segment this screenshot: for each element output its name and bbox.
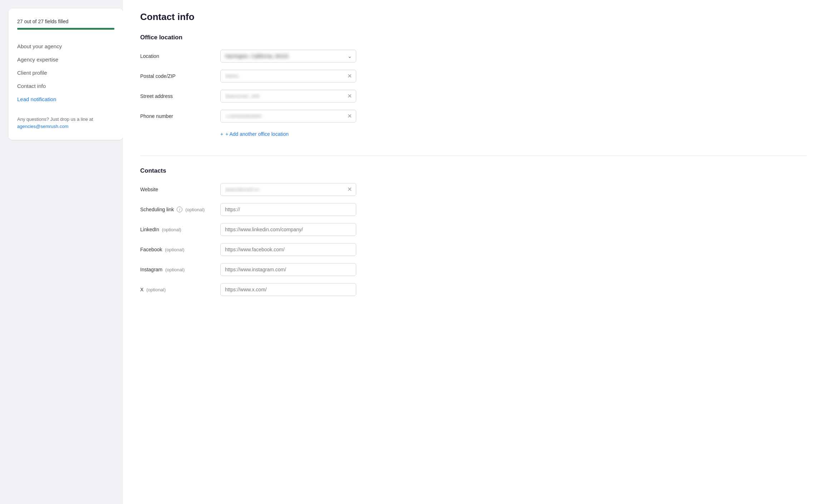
- x-input[interactable]: [220, 283, 356, 296]
- scheduling-input[interactable]: [220, 203, 356, 216]
- scheduling-field-wrapper: [220, 203, 356, 216]
- progress-bar-fill: [17, 28, 114, 30]
- sidebar-item-about[interactable]: About your agency: [17, 40, 114, 53]
- section-divider: [140, 155, 807, 156]
- phone-field-wrapper: ✕: [220, 110, 356, 123]
- location-blurred-value: Harrington, California, 94101: [225, 53, 343, 59]
- x-label: X (optional): [140, 287, 212, 292]
- facebook-input[interactable]: [220, 243, 356, 256]
- sidebar-item-contact[interactable]: Contact info: [17, 79, 114, 93]
- facebook-field-wrapper: [220, 243, 356, 256]
- instagram-field-wrapper: [220, 263, 356, 276]
- scheduling-label-text: Scheduling link: [140, 207, 174, 212]
- help-email-link[interactable]: agencies@semrush.com: [17, 124, 68, 129]
- linkedin-optional-text: (optional): [162, 227, 181, 232]
- scheduling-optional-text: (optional): [185, 207, 205, 212]
- sidebar-item-expertise[interactable]: Agency expertise: [17, 53, 114, 66]
- contacts-section-title: Contacts: [140, 167, 807, 174]
- location-select-display[interactable]: Harrington, California, 94101 ⌄: [220, 50, 356, 63]
- website-field-wrapper: ✕: [220, 183, 356, 196]
- sidebar: 27 out of 27 fields filled About your ag…: [9, 9, 123, 140]
- location-label: Location: [140, 53, 212, 59]
- street-clear-button[interactable]: ✕: [347, 93, 353, 100]
- office-section-title: Office location: [140, 34, 807, 41]
- facebook-optional-text: (optional): [165, 247, 184, 252]
- location-select-wrapper[interactable]: Harrington, California, 94101 ⌄: [220, 50, 356, 63]
- chevron-down-icon: ⌄: [348, 53, 352, 59]
- postal-row: Postal code/ZIP ✕: [140, 70, 807, 83]
- street-input[interactable]: [220, 90, 356, 103]
- street-row: Street address ✕: [140, 90, 807, 103]
- website-label: Website: [140, 187, 212, 192]
- page-title: Contact info: [140, 11, 807, 23]
- street-field-wrapper: ✕: [220, 90, 356, 103]
- x-field-wrapper: [220, 283, 356, 296]
- help-text: Any questions? Just drop us a line at ag…: [17, 116, 114, 130]
- linkedin-field-wrapper: [220, 223, 356, 236]
- linkedin-row: LinkedIn (optional): [140, 223, 807, 236]
- instagram-input[interactable]: [220, 263, 356, 276]
- facebook-row: Facebook (optional): [140, 243, 807, 256]
- website-input[interactable]: [220, 183, 356, 196]
- progress-section: 27 out of 27 fields filled: [17, 19, 114, 30]
- add-office-location-button[interactable]: + + Add another office location: [220, 130, 289, 138]
- scheduling-label: Scheduling link i (optional): [140, 207, 212, 212]
- website-clear-button[interactable]: ✕: [347, 186, 353, 193]
- linkedin-input[interactable]: [220, 223, 356, 236]
- location-row: Location Harrington, California, 94101 ⌄: [140, 50, 807, 63]
- phone-label: Phone number: [140, 113, 212, 119]
- plus-icon: +: [220, 131, 223, 137]
- postal-input[interactable]: [220, 70, 356, 83]
- facebook-label: Facebook (optional): [140, 247, 212, 252]
- sidebar-item-lead[interactable]: Lead notification: [17, 93, 114, 106]
- progress-text: 27 out of 27 fields filled: [17, 19, 114, 24]
- instagram-label: Instagram (optional): [140, 267, 212, 272]
- scheduling-row: Scheduling link i (optional): [140, 203, 807, 216]
- instagram-optional-text: (optional): [165, 267, 185, 272]
- office-location-section: Office location Location Harrington, Cal…: [140, 34, 807, 141]
- postal-clear-button[interactable]: ✕: [347, 73, 353, 80]
- phone-input[interactable]: [220, 110, 356, 123]
- phone-clear-button[interactable]: ✕: [347, 113, 353, 120]
- sidebar-nav: About your agency Agency expertise Clien…: [17, 40, 114, 106]
- postal-label: Postal code/ZIP: [140, 73, 212, 79]
- street-label: Street address: [140, 93, 212, 99]
- info-icon[interactable]: i: [177, 207, 182, 212]
- sidebar-item-client[interactable]: Client profile: [17, 66, 114, 79]
- progress-bar-background: [17, 28, 114, 30]
- instagram-row: Instagram (optional): [140, 263, 807, 276]
- x-row: X (optional): [140, 283, 807, 296]
- main-content: Contact info Office location Location Ha…: [123, 0, 824, 504]
- postal-field-wrapper: ✕: [220, 70, 356, 83]
- phone-row: Phone number ✕: [140, 110, 807, 123]
- x-optional-text: (optional): [146, 287, 166, 292]
- contacts-section: Contacts Website ✕ Scheduling link i (op…: [140, 167, 807, 296]
- linkedin-label: LinkedIn (optional): [140, 227, 212, 232]
- website-row: Website ✕: [140, 183, 807, 196]
